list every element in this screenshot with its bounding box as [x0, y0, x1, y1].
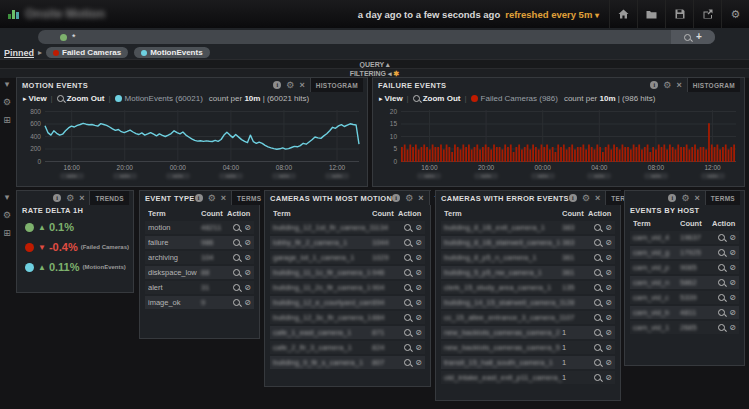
home-button[interactable]	[609, 0, 637, 28]
close-icon[interactable]: ×	[299, 81, 304, 90]
series-label[interactable]: MotionEvents (60021)	[125, 94, 203, 103]
failure-histogram-chart[interactable]: 0510152016:00••/••20:00••/••00:00••/••04…	[377, 110, 740, 184]
magnify-filter-icon[interactable]	[404, 299, 411, 306]
gear-icon[interactable]: ⚙	[663, 81, 671, 90]
magnify-filter-icon[interactable]	[594, 314, 601, 321]
exclude-filter-icon[interactable]: ⊘	[244, 269, 251, 277]
exclude-filter-icon[interactable]: ⊘	[415, 224, 422, 232]
close-icon[interactable]: ×	[676, 81, 681, 90]
close-icon[interactable]: ×	[79, 194, 84, 203]
magnify-filter-icon[interactable]	[594, 269, 601, 276]
magnify-filter-icon[interactable]	[718, 249, 725, 256]
exclude-filter-icon[interactable]: ⊘	[605, 239, 612, 247]
exclude-filter-icon[interactable]: ⊘	[729, 324, 736, 332]
save-dashboard-button[interactable]	[665, 0, 693, 28]
refresh-interval-dropdown[interactable]: refreshed every 5m ▾	[505, 9, 599, 20]
close-icon[interactable]: ×	[418, 194, 423, 203]
series-color-dot[interactable]	[115, 95, 122, 102]
exclude-filter-icon[interactable]: ⊘	[605, 299, 612, 307]
exclude-filter-icon[interactable]: ⊘	[605, 344, 612, 352]
exclude-filter-icon[interactable]: ⊘	[244, 224, 251, 232]
info-icon[interactable]: i	[668, 194, 676, 202]
add-query-button[interactable]: +	[696, 32, 702, 42]
close-icon[interactable]: ×	[221, 194, 226, 203]
configure-row-icon[interactable]: ⚙	[3, 211, 11, 220]
magnify-filter-icon[interactable]	[404, 314, 411, 321]
magnify-filter-icon[interactable]	[233, 224, 240, 231]
exclude-filter-icon[interactable]: ⊘	[415, 239, 422, 247]
exclude-filter-icon[interactable]: ⊘	[729, 249, 736, 257]
gear-icon[interactable]: ⚙	[681, 194, 689, 203]
exclude-filter-icon[interactable]: ⊘	[729, 309, 736, 317]
add-panel-icon[interactable]: ⊞	[3, 229, 11, 238]
search-icon[interactable]	[684, 34, 691, 41]
magnify-filter-icon[interactable]	[594, 299, 601, 306]
series-color-dot[interactable]	[471, 95, 478, 102]
collapse-row-icon[interactable]: ▾	[5, 80, 10, 89]
magnify-filter-icon[interactable]	[718, 279, 725, 286]
info-icon[interactable]: i	[53, 194, 61, 202]
magnify-filter-icon[interactable]	[594, 374, 601, 381]
load-dashboard-button[interactable]	[637, 0, 665, 28]
exclude-filter-icon[interactable]: ⊘	[729, 279, 736, 287]
exclude-filter-icon[interactable]: ⊘	[415, 269, 422, 277]
gear-icon[interactable]: ⚙	[66, 194, 74, 203]
exclude-filter-icon[interactable]: ⊘	[605, 269, 612, 277]
exclude-filter-icon[interactable]: ⊘	[415, 359, 422, 367]
magnify-filter-icon[interactable]	[718, 234, 725, 241]
collapse-row-icon[interactable]: ▾	[5, 193, 10, 202]
exclude-filter-icon[interactable]: ⊘	[415, 329, 422, 337]
magnify-filter-icon[interactable]	[594, 329, 601, 336]
motion-histogram-chart[interactable]: 020040060080016:00••/••20:00••/••00:00••…	[21, 110, 363, 184]
exclude-filter-icon[interactable]: ⊘	[415, 344, 422, 352]
magnify-filter-icon[interactable]	[594, 359, 601, 366]
series-label[interactable]: Failed Cameras (986)	[481, 94, 558, 103]
magnify-filter-icon[interactable]	[404, 344, 411, 351]
zoom-out-button[interactable]: Zoom Out	[423, 94, 461, 103]
view-button[interactable]: View	[385, 94, 403, 103]
magnify-filter-icon[interactable]	[404, 254, 411, 261]
info-icon[interactable]: i	[273, 81, 281, 89]
info-icon[interactable]: i	[569, 194, 577, 202]
magnify-filter-icon[interactable]	[718, 324, 725, 331]
magnify-filter-icon[interactable]	[233, 239, 240, 246]
magnify-filter-icon[interactable]	[718, 309, 725, 316]
exclude-filter-icon[interactable]: ⊘	[729, 264, 736, 272]
info-icon[interactable]: i	[650, 81, 658, 89]
magnify-filter-icon[interactable]	[404, 224, 411, 231]
exclude-filter-icon[interactable]: ⊘	[244, 254, 251, 262]
magnify-filter-icon[interactable]	[233, 299, 240, 306]
close-icon[interactable]: ×	[694, 194, 699, 203]
exclude-filter-icon[interactable]: ⊘	[729, 294, 736, 302]
exclude-filter-icon[interactable]: ⊘	[415, 254, 422, 262]
magnify-filter-icon[interactable]	[404, 239, 411, 246]
info-icon[interactable]: i	[392, 194, 400, 202]
exclude-filter-icon[interactable]: ⊘	[244, 284, 251, 292]
magnify-filter-icon[interactable]	[233, 284, 240, 291]
exclude-filter-icon[interactable]: ⊘	[244, 239, 251, 247]
configure-row-icon[interactable]: ⚙	[3, 98, 11, 107]
magnify-filter-icon[interactable]	[594, 224, 601, 231]
magnify-filter-icon[interactable]	[594, 344, 601, 351]
magnify-filter-icon[interactable]	[404, 329, 411, 336]
exclude-filter-icon[interactable]: ⊘	[605, 359, 612, 367]
exclude-filter-icon[interactable]: ⊘	[605, 254, 612, 262]
gear-icon[interactable]: ⚙	[208, 194, 216, 203]
exclude-filter-icon[interactable]: ⊘	[415, 314, 422, 322]
exclude-filter-icon[interactable]: ⊘	[605, 374, 612, 382]
magnify-filter-icon[interactable]	[594, 254, 601, 261]
gear-icon[interactable]: ⚙	[582, 194, 590, 203]
exclude-filter-icon[interactable]: ⊘	[605, 284, 612, 292]
view-button[interactable]: View	[29, 94, 47, 103]
magnify-filter-icon[interactable]	[718, 294, 725, 301]
close-icon[interactable]: ×	[595, 194, 600, 203]
magnify-filter-icon[interactable]	[233, 269, 240, 276]
magnify-filter-icon[interactable]	[404, 359, 411, 366]
exclude-filter-icon[interactable]: ⊘	[605, 224, 612, 232]
pinned-query-pill[interactable]: Failed Cameras	[46, 47, 128, 58]
zoom-out-button[interactable]: Zoom Out	[67, 94, 105, 103]
pinned-query-pill[interactable]: MotionEvents	[134, 47, 209, 58]
gear-icon[interactable]: ⚙	[405, 194, 413, 203]
exclude-filter-icon[interactable]: ⊘	[605, 329, 612, 337]
search-input[interactable]: *	[38, 30, 715, 44]
